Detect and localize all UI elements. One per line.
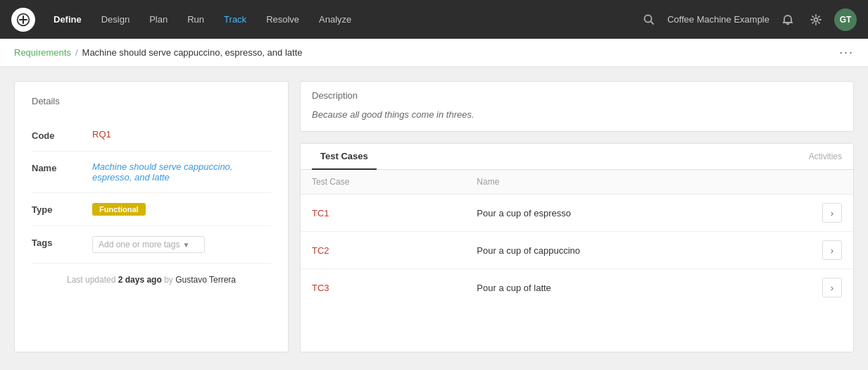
project-name: Coffee Machine Example xyxy=(667,14,769,25)
svg-point-5 xyxy=(814,18,818,21)
nav-run[interactable]: Run xyxy=(179,10,213,29)
breadcrumb-current-page: Machine should serve cappuccino, espress… xyxy=(82,47,303,58)
name-row: Name Machine should serve cappuccino, es… xyxy=(32,152,271,193)
tc-navigate-button[interactable]: › xyxy=(822,240,842,260)
nav-define[interactable]: Define xyxy=(45,10,90,29)
test-cases-table: Test Case Name TC1 Pour a cup of espress… xyxy=(301,170,853,306)
name-label: Name xyxy=(32,161,81,173)
table-row: TC3 Pour a cup of latte › xyxy=(301,269,853,307)
tc-navigate-button[interactable]: › xyxy=(822,203,842,223)
breadcrumb-separator: / xyxy=(75,47,78,58)
code-value: RQ1 xyxy=(92,129,271,140)
more-options-button[interactable]: ··· xyxy=(839,45,854,60)
type-label: Type xyxy=(32,203,81,215)
topnav-right: Coffee Machine Example GT xyxy=(639,8,857,31)
tags-placeholder: Add one or more tags xyxy=(99,240,180,249)
table-row: TC2 Pour a cup of cappuccino › xyxy=(301,232,853,269)
tc-name: Pour a cup of latte xyxy=(477,283,551,293)
table-row: TC1 Pour a cup of espresso › xyxy=(301,195,853,232)
settings-icon[interactable] xyxy=(806,10,826,30)
details-panel: Details Code RQ1 Name Machine should ser… xyxy=(14,81,289,352)
tags-value: Add one or more tags ▼ xyxy=(92,236,271,253)
tab-test-cases[interactable]: Test Cases xyxy=(312,144,377,170)
tc-name: Pour a cup of espresso xyxy=(477,208,571,218)
type-badge[interactable]: Functional xyxy=(92,203,146,216)
type-row: Type Functional xyxy=(32,193,271,226)
notifications-icon[interactable] xyxy=(778,10,798,30)
user-avatar[interactable]: GT xyxy=(834,8,857,31)
tab-activities[interactable]: Activities xyxy=(809,152,842,161)
testcases-tabs: Test Cases Activities xyxy=(301,144,853,170)
svg-line-4 xyxy=(650,21,653,24)
tc-code: TC2 xyxy=(312,245,329,256)
nav-design[interactable]: Design xyxy=(93,10,138,29)
dropdown-icon: ▼ xyxy=(182,241,189,249)
description-section-title: Description xyxy=(301,82,853,101)
updated-by-name: Gustavo Terrera xyxy=(175,275,236,285)
col-name: Name xyxy=(465,170,811,195)
breadcrumb: Requirements / Machine should serve capp… xyxy=(0,39,868,67)
tc-navigate-button[interactable]: › xyxy=(822,278,842,297)
test-cases-box: Test Cases Activities Test Case Name TC1… xyxy=(300,143,854,352)
tc-code: TC1 xyxy=(312,208,329,218)
description-body: Because all good things come in threes. xyxy=(301,101,853,131)
col-test-case: Test Case xyxy=(301,170,465,195)
nav-track[interactable]: Track xyxy=(215,10,255,29)
main-content: Details Code RQ1 Name Machine should ser… xyxy=(0,67,868,366)
search-icon[interactable] xyxy=(639,10,659,30)
name-value: Machine should serve cappuccino, espress… xyxy=(92,161,271,183)
tags-input[interactable]: Add one or more tags ▼ xyxy=(92,236,205,253)
code-label: Code xyxy=(32,129,81,141)
top-navigation: Define Design Plan Run Track Resolve Ana… xyxy=(0,0,868,39)
tags-label: Tags xyxy=(32,236,81,248)
updated-text: Last updated 2 days ago by Gustavo Terre… xyxy=(32,275,271,285)
updated-time: 2 days ago xyxy=(118,275,162,285)
details-section-title: Details xyxy=(32,96,271,106)
tc-name: Pour a cup of cappuccino xyxy=(477,245,580,256)
nav-plan[interactable]: Plan xyxy=(141,10,176,29)
nav-resolve[interactable]: Resolve xyxy=(258,10,308,29)
code-row: Code RQ1 xyxy=(32,119,271,152)
description-box: Description Because all good things come… xyxy=(300,81,854,132)
right-panel: Description Because all good things come… xyxy=(300,81,854,352)
app-logo[interactable] xyxy=(11,8,35,32)
tc-code: TC3 xyxy=(312,283,329,293)
nav-analyze[interactable]: Analyze xyxy=(310,10,360,29)
tags-row: Tags Add one or more tags ▼ xyxy=(32,226,271,264)
breadcrumb-requirements-link[interactable]: Requirements xyxy=(14,47,71,58)
type-value: Functional xyxy=(92,203,271,216)
